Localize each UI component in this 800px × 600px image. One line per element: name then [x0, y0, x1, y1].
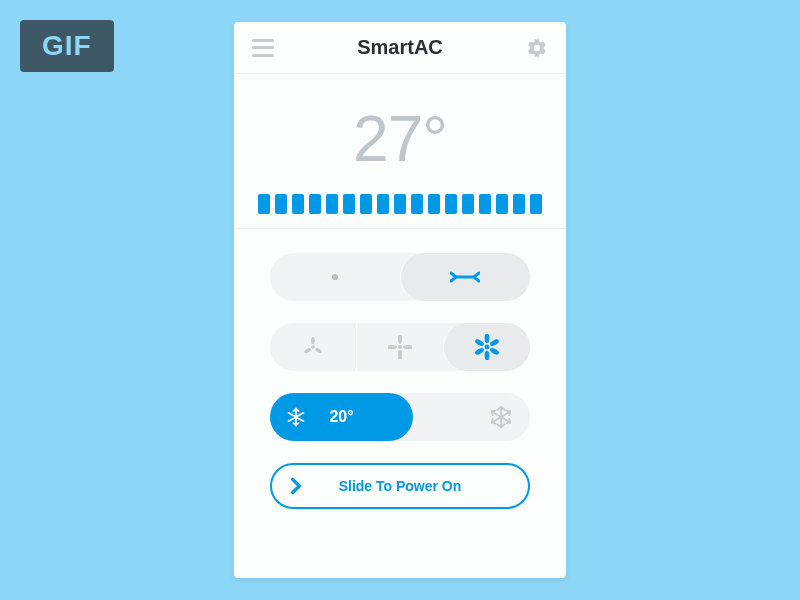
svg-point-11	[489, 338, 500, 347]
svg-line-35	[492, 423, 496, 424]
fan-medium-option[interactable]	[356, 323, 443, 371]
controls-panel: 20° Slide To Power On	[234, 253, 566, 509]
current-temperature: 27°	[234, 74, 566, 194]
svg-point-0	[311, 345, 315, 349]
chevron-right-icon	[286, 476, 306, 496]
scale-tick	[445, 194, 457, 214]
fan-medium-icon	[388, 335, 412, 359]
power-slider[interactable]: Slide To Power On	[270, 463, 530, 509]
scale-tick	[394, 194, 406, 214]
section-divider	[234, 228, 566, 229]
svg-point-9	[485, 345, 490, 350]
dot-icon	[332, 274, 338, 280]
gear-icon	[526, 37, 548, 59]
menu-icon[interactable]	[252, 39, 274, 57]
scale-tick	[479, 194, 491, 214]
svg-line-33	[509, 419, 510, 423]
power-label: Slide To Power On	[339, 478, 462, 494]
app-window: SmartAC 27°	[234, 22, 566, 578]
svg-point-4	[398, 345, 402, 349]
svg-point-3	[314, 347, 322, 354]
scale-tick	[428, 194, 440, 214]
svg-line-31	[492, 412, 493, 416]
scale-tick	[496, 194, 508, 214]
scale-tick	[377, 194, 389, 214]
fan-low-option[interactable]	[270, 323, 356, 371]
svg-point-7	[388, 345, 397, 349]
scale-tick	[530, 194, 542, 214]
svg-point-13	[485, 351, 490, 360]
scale-tick	[275, 194, 287, 214]
svg-point-5	[398, 335, 402, 344]
snowflake-small-icon	[286, 407, 306, 427]
oscillate-icon	[450, 269, 480, 285]
svg-point-8	[403, 345, 412, 349]
svg-point-10	[485, 334, 490, 343]
scale-tick	[309, 194, 321, 214]
fan-high-option[interactable]	[443, 323, 530, 371]
swing-toggle	[270, 253, 530, 301]
svg-line-37	[507, 411, 511, 412]
svg-point-6	[398, 350, 402, 359]
svg-point-1	[311, 337, 315, 344]
scale-tick	[462, 194, 474, 214]
scale-tick	[326, 194, 338, 214]
target-temperature-value: 20°	[329, 408, 353, 426]
swing-fixed-option[interactable]	[270, 253, 400, 301]
scale-tick	[360, 194, 372, 214]
svg-point-14	[474, 347, 485, 356]
settings-button[interactable]	[526, 37, 548, 59]
scale-tick	[411, 194, 423, 214]
fan-low-icon	[302, 336, 324, 358]
fan-speed-toggle	[270, 323, 530, 371]
app-title: SmartAC	[357, 36, 443, 59]
target-temperature-handle[interactable]: 20°	[270, 393, 413, 441]
target-temperature-slider[interactable]: 20°	[270, 393, 530, 441]
swing-oscillate-option[interactable]	[400, 253, 531, 301]
gif-badge: GIF	[20, 20, 114, 72]
svg-point-15	[474, 338, 485, 347]
scale-tick	[513, 194, 525, 214]
scale-tick	[258, 194, 270, 214]
header-bar: SmartAC	[234, 22, 566, 74]
snowflake-large-icon	[490, 406, 512, 428]
fan-high-icon	[474, 334, 500, 360]
temperature-scale[interactable]	[234, 194, 566, 228]
svg-point-12	[489, 347, 500, 356]
svg-point-2	[303, 347, 311, 354]
scale-tick	[343, 194, 355, 214]
scale-tick	[292, 194, 304, 214]
